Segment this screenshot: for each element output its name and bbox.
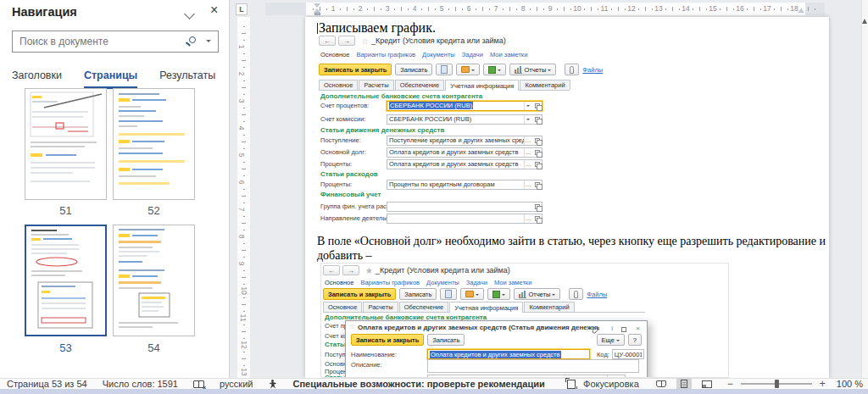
ruler-tick <box>509 7 510 11</box>
navigation-pane: Навигация × Заголовки Страницы Результат… <box>0 0 230 378</box>
ruler-number: 9 <box>548 4 553 13</box>
maximize-icon <box>621 326 626 334</box>
chevron-down-icon[interactable] <box>184 8 195 19</box>
page-thumbnail-52[interactable] <box>113 88 195 200</box>
page-thumbnail-54-label[interactable]: 54 <box>113 341 195 354</box>
field-input: Проценты по кредитным договорам … <box>387 180 542 190</box>
ruler-tick <box>353 8 354 10</box>
accessibility-icon[interactable] <box>268 380 277 389</box>
ruler-tick <box>448 8 449 10</box>
search-box[interactable] <box>12 31 219 53</box>
ruler-number: 10 <box>240 286 248 294</box>
zoom-out-button[interactable]: − <box>727 378 733 390</box>
embedded-screenshot-1[interactable]: ← → ☆ _Кредит (Условия кредита или займа… <box>317 36 573 229</box>
left-indent-marker[interactable] <box>314 13 320 15</box>
page-thumbnail-52-label[interactable]: 52 <box>113 204 195 217</box>
language-indicator[interactable]: русский <box>220 379 253 389</box>
field-input: СБЕРБАНК РОССИИ (RUB) <box>387 114 542 125</box>
tab-pages[interactable]: Страницы <box>84 69 137 89</box>
field-input: СБЕРБАНК РОССИИ (RUB) <box>387 101 542 111</box>
ruler-number: 2 <box>237 72 246 76</box>
ruler-tick <box>367 8 368 10</box>
right-indent-marker[interactable] <box>798 8 804 13</box>
page-thumbnail-53[interactable] <box>25 225 107 336</box>
form-tab: Расчеты <box>359 80 393 90</box>
open-icon <box>535 182 540 187</box>
post-icon <box>483 64 506 75</box>
ruler-tick <box>243 94 245 95</box>
document-heading[interactable]: Записываем график. <box>317 20 436 36</box>
embedded-screenshot-2[interactable]: ← → ★ _Кредит (Условия кредита или займа… <box>320 263 729 378</box>
ruler-number: 5 <box>440 4 444 13</box>
accessibility-status[interactable]: Специальные возможности: проверьте реком… <box>292 379 544 389</box>
section-header: Финансовый учет <box>320 191 381 198</box>
scroll-up-icon[interactable] <box>862 16 867 24</box>
print-layout-button[interactable] <box>676 378 692 390</box>
ruler-tick <box>243 67 245 68</box>
ruler-tick <box>243 216 245 217</box>
page-thumbnail-51-label[interactable]: 51 <box>25 204 107 217</box>
search-icon[interactable] <box>189 36 196 43</box>
open-icon <box>535 103 540 108</box>
vertical-scrollbar[interactable] <box>861 0 868 378</box>
field-input: Оплата кредитов и других заемных средств… <box>387 159 542 169</box>
ruler-number: 6 <box>237 180 246 185</box>
proofing-errors-icon[interactable]: × <box>193 380 204 388</box>
name-input: Оплата кредитов и других заемных средств <box>427 349 590 359</box>
web-layout-button[interactable] <box>699 378 715 390</box>
open-icon <box>535 162 540 167</box>
ruler-tick <box>374 7 375 11</box>
dialog-title: Оплата кредитов и других заемных средств… <box>358 324 599 331</box>
ruler-tick <box>720 8 721 10</box>
ruler-tick <box>243 53 245 54</box>
document-canvas: L 123456789101112131415161718 1234567891… <box>230 0 868 378</box>
ruler-tick <box>455 7 456 11</box>
zoom-level[interactable]: 100 % <box>837 379 863 389</box>
ruler-tick <box>242 304 246 305</box>
field-label: Поступление: <box>320 136 387 144</box>
thumbnail-preview-53 <box>26 226 105 335</box>
word-count[interactable]: Число слов: 1591 <box>103 379 178 389</box>
form-tab: Обеспечение <box>399 302 449 312</box>
field-input <box>387 202 542 212</box>
ruler-tick <box>242 87 246 88</box>
ruler-tick <box>243 148 245 149</box>
close-pane-button[interactable]: × <box>210 3 218 18</box>
tab-stop-selector[interactable]: L <box>236 3 248 15</box>
form-nav-link: Основное <box>325 279 353 286</box>
page-thumbnail-54[interactable] <box>113 225 195 336</box>
document-page[interactable]: Записываем график. ← → ☆ _Кредит (Услови… <box>305 17 829 378</box>
ruler-tick <box>394 8 395 10</box>
ruler-tick <box>618 7 619 11</box>
zoom-in-button[interactable]: + <box>820 378 826 390</box>
section-header: Статьи движения денежных средств <box>325 341 347 348</box>
page-indicator[interactable]: Страница 53 из 54 <box>7 379 87 389</box>
search-dropdown-icon[interactable] <box>206 40 211 45</box>
page-thumbnail-53-label[interactable]: 53 <box>25 341 107 354</box>
zoom-slider[interactable] <box>741 383 812 385</box>
focus-mode-label[interactable]: Фокусировка <box>583 379 639 389</box>
first-line-indent-marker[interactable] <box>314 3 320 8</box>
read-mode-button[interactable] <box>654 378 669 390</box>
form-tab: Комментарий <box>520 80 570 90</box>
zoom-slider-handle[interactable] <box>775 380 779 388</box>
favorite-star-icon: ☆ <box>349 323 355 330</box>
ruler-tick <box>564 7 565 11</box>
code-input: ЦУ-000011 <box>612 349 644 359</box>
page-thumbnail-51[interactable] <box>25 88 107 200</box>
ruler-tick <box>665 8 666 10</box>
tab-headings[interactable]: Заголовки <box>12 69 62 89</box>
ruler-tick <box>242 196 246 197</box>
form-nav-link: Варианты графиков <box>360 279 420 286</box>
forward-icon: → <box>338 36 355 46</box>
form-nav-link: Варианты графиков <box>356 51 415 58</box>
ruler-tick <box>462 8 463 10</box>
search-input[interactable] <box>19 35 181 48</box>
document-paragraph[interactable]: В поле «Основной долг» необходимо зайти … <box>317 234 826 263</box>
ruler-tick <box>243 40 245 41</box>
get-link-icon <box>592 326 599 334</box>
tab-results[interactable]: Результаты <box>159 69 215 89</box>
form-nav-link: Задачи <box>462 51 483 58</box>
thumbnail-preview-51 <box>25 89 106 199</box>
focus-mode-icon[interactable] <box>567 380 576 389</box>
